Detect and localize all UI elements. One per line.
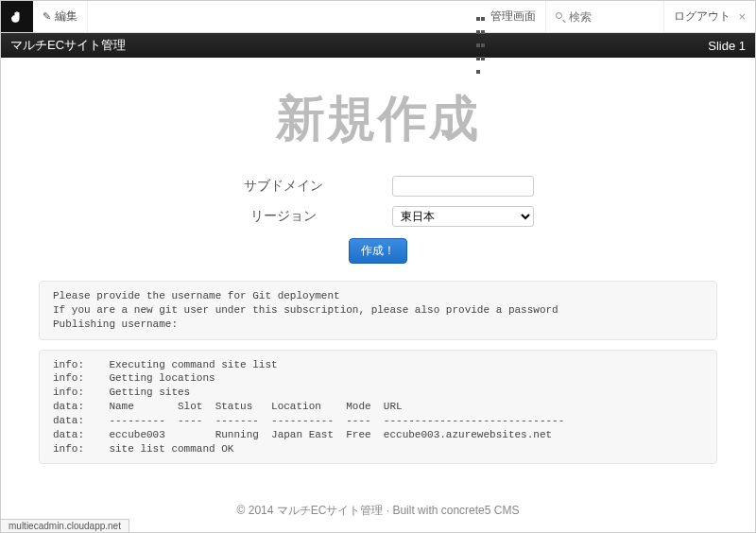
admin-label: 管理画面 (490, 9, 536, 25)
region-row: リージョン 東日本 (39, 206, 717, 227)
footer-text: © 2014 マルチECサイト管理 · Built with concrete5… (1, 503, 755, 519)
logout-button[interactable]: ログアウト × (664, 1, 755, 32)
page-title: マルチECサイト管理 (10, 37, 126, 54)
site-list-output: info: Executing command site list info: … (39, 350, 717, 465)
cms-logo[interactable] (1, 1, 33, 32)
region-label: リージョン (222, 208, 345, 225)
main-content: 新規作成 サブドメイン リージョン 東日本 作成！ Please provide… (1, 58, 755, 483)
toolbar-spacer (88, 1, 466, 32)
browser-status-bar: multiecadmin.cloudapp.net (1, 519, 129, 532)
heading: 新規作成 (39, 86, 717, 152)
admin-button[interactable]: 管理画面 (466, 1, 546, 32)
subdomain-label: サブドメイン (222, 178, 345, 195)
close-icon: × (738, 9, 746, 24)
git-message-box: Please provide the username for Git depl… (39, 281, 717, 340)
grid-icon (475, 11, 487, 23)
title-bar: マルチECサイト管理 Slide 1 (1, 33, 755, 58)
edit-label: 編集 (55, 9, 77, 25)
region-select[interactable]: 東日本 (392, 206, 534, 227)
edit-button[interactable]: ✎ 編集 (33, 1, 88, 32)
pencil-icon: ✎ (43, 10, 51, 23)
subdomain-input[interactable] (392, 176, 534, 197)
hand-icon (8, 8, 26, 26)
search-box[interactable] (546, 1, 664, 32)
top-toolbar: ✎ 編集 管理画面 ログアウト × (1, 1, 755, 33)
search-input[interactable] (569, 10, 654, 24)
slide-indicator: Slide 1 (708, 39, 746, 53)
subdomain-row: サブドメイン (39, 176, 717, 197)
logout-label: ログアウト (674, 9, 730, 25)
search-icon (556, 12, 565, 22)
create-button[interactable]: 作成！ (349, 238, 407, 264)
